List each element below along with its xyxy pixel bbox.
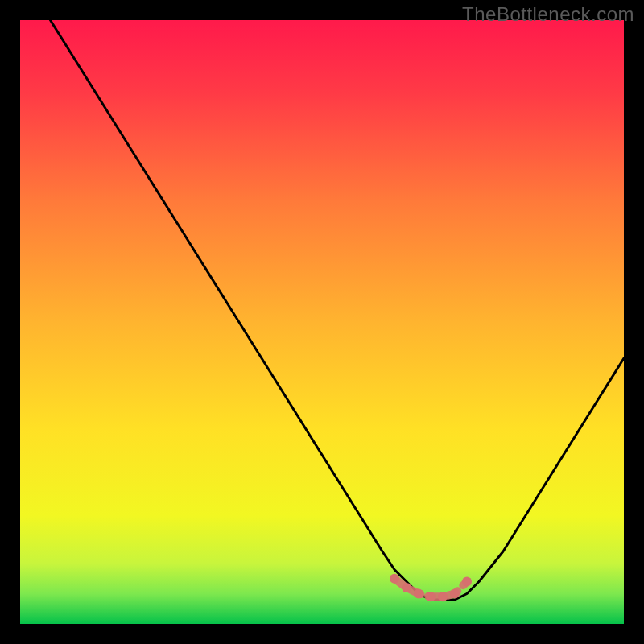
highlight-dot (414, 589, 423, 599)
highlight-dot (450, 589, 460, 599)
highlight-dot (402, 583, 411, 592)
chart-frame: TheBottleneck.com (0, 0, 644, 644)
bottleneck-chart (20, 20, 624, 624)
gradient-background (20, 20, 624, 624)
highlight-dot (438, 592, 448, 601)
highlight-dot (462, 577, 472, 587)
highlight-dot (426, 592, 436, 601)
watermark-text: TheBottleneck.com (462, 3, 634, 26)
highlight-dot (390, 574, 399, 584)
